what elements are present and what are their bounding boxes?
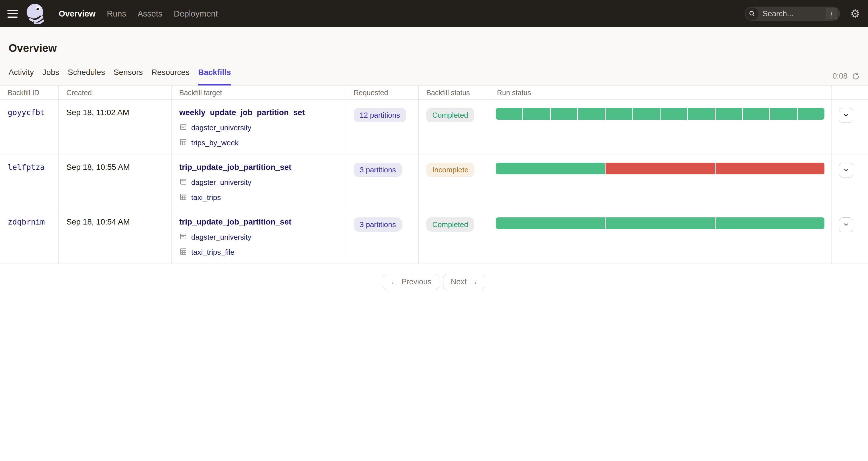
gear-icon[interactable]: ⚙	[850, 8, 860, 19]
tab-resources[interactable]: Resources	[151, 68, 189, 86]
col-header-backfill-target: Backfill target	[172, 86, 346, 100]
col-header-requested: Requested	[346, 86, 418, 100]
backfill-id-link[interactable]: zdqbrnim	[8, 217, 45, 226]
next-page-button[interactable]: Next →	[443, 274, 486, 290]
table-header-row: Backfill ID Created Backfill target Requ…	[0, 86, 868, 100]
page-title: Overview	[8, 41, 868, 55]
requested-partitions-badge: 3 partitions	[354, 163, 402, 177]
primary-nav: Overview Runs Assets Deployment	[59, 9, 218, 19]
backfill-target-link[interactable]: trip_update_job_partition_set	[179, 217, 291, 226]
top-nav-bar: Overview Runs Assets Deployment / ⚙	[0, 0, 868, 27]
backfill-id-link[interactable]: goyycfbt	[8, 108, 45, 117]
col-header-created: Created	[59, 86, 172, 100]
nav-item-assets[interactable]: Assets	[137, 9, 162, 19]
created-timestamp: Sep 18, 11:02 AM	[66, 108, 129, 117]
nav-item-deployment[interactable]: Deployment	[174, 9, 218, 19]
chevron-down-icon	[843, 221, 849, 228]
run-status-bar[interactable]	[496, 217, 825, 229]
dagster-logo-icon[interactable]	[25, 3, 47, 25]
code-location-icon	[179, 233, 187, 242]
col-header-backfill-id: Backfill ID	[0, 86, 59, 100]
backfill-status-badge: Completed	[426, 217, 474, 232]
arrow-left-icon: ←	[391, 278, 398, 286]
refresh-countdown: 0:08	[832, 72, 847, 81]
page-header: Overview Activity Jobs Schedules Sensors…	[0, 27, 868, 86]
backfill-target-link[interactable]: weekly_update_job_partition_set	[179, 108, 305, 117]
chevron-down-icon	[843, 112, 849, 119]
table-row: lelfptza Sep 18, 10:55 AM trip_update_jo…	[0, 154, 868, 209]
code-location-link[interactable]: dagster_university	[191, 178, 251, 187]
asset-table-icon	[179, 193, 187, 202]
arrow-right-icon: →	[470, 278, 477, 286]
tab-activity[interactable]: Activity	[8, 68, 34, 86]
code-location-icon	[179, 123, 187, 132]
code-location-link[interactable]: dagster_university	[191, 123, 251, 132]
run-status-bar[interactable]	[496, 163, 825, 174]
backfill-status-badge: Incomplete	[426, 163, 474, 177]
row-actions-button[interactable]	[839, 108, 853, 123]
run-status-bar[interactable]	[496, 108, 825, 120]
overview-tabs: Activity Jobs Schedules Sensors Resource…	[8, 68, 868, 86]
row-actions-button[interactable]	[839, 163, 853, 178]
tab-schedules[interactable]: Schedules	[68, 68, 105, 86]
table-row: goyycfbt Sep 18, 11:02 AM weekly_update_…	[0, 100, 868, 154]
backfill-status-badge: Completed	[426, 108, 474, 122]
created-timestamp: Sep 18, 10:54 AM	[66, 217, 130, 226]
pagination: ← Previous Next →	[0, 274, 868, 290]
tab-jobs[interactable]: Jobs	[42, 68, 59, 86]
table-row: zdqbrnim Sep 18, 10:54 AM trip_update_jo…	[0, 209, 868, 264]
nav-item-runs[interactable]: Runs	[107, 9, 126, 19]
created-timestamp: Sep 18, 10:55 AM	[66, 163, 130, 172]
requested-partitions-badge: 3 partitions	[354, 217, 402, 232]
backfill-id-link[interactable]: lelfptza	[8, 163, 45, 172]
previous-page-label: Previous	[402, 278, 431, 286]
nav-item-overview[interactable]: Overview	[59, 9, 95, 19]
chevron-down-icon	[843, 167, 849, 174]
backfills-table: Backfill ID Created Backfill target Requ…	[0, 86, 868, 264]
search-shortcut-badge: /	[826, 8, 837, 19]
asset-link[interactable]: taxi_trips	[191, 193, 221, 202]
search-box[interactable]: /	[745, 6, 840, 21]
code-location-icon	[179, 178, 187, 187]
previous-page-button[interactable]: ← Previous	[383, 274, 439, 290]
tab-backfills[interactable]: Backfills	[198, 68, 231, 86]
row-actions-button[interactable]	[839, 217, 853, 232]
search-input[interactable]	[758, 9, 826, 18]
asset-link[interactable]: taxi_trips_file	[191, 248, 235, 257]
asset-link[interactable]: trips_by_week	[191, 139, 239, 147]
requested-partitions-badge: 12 partitions	[354, 108, 406, 122]
backfill-target-link[interactable]: trip_update_job_partition_set	[179, 163, 291, 172]
asset-table-icon	[179, 248, 187, 257]
asset-table-icon	[179, 138, 187, 147]
code-location-link[interactable]: dagster_university	[191, 233, 251, 242]
col-header-backfill-status: Backfill status	[418, 86, 489, 100]
hamburger-menu-icon[interactable]	[7, 10, 18, 18]
next-page-label: Next	[451, 278, 467, 286]
tab-sensors[interactable]: Sensors	[114, 68, 143, 86]
refresh-icon[interactable]	[851, 72, 860, 81]
col-header-run-status: Run status	[489, 86, 832, 100]
search-icon	[746, 7, 758, 20]
